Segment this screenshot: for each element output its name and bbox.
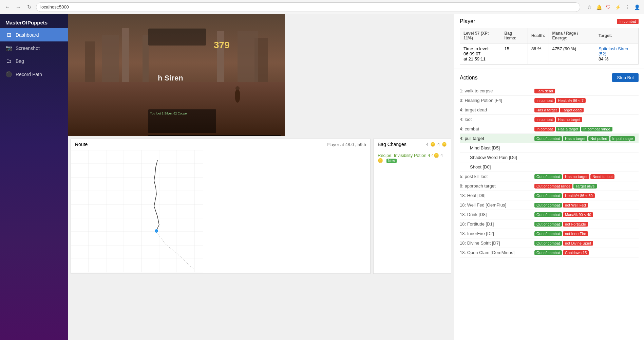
action-badges-innerfire: Out of combatnot InnerFire xyxy=(534,231,588,236)
bag-changes-section: Bag Changes 4 🪙 4 🪙 Recipe: Invisibility… xyxy=(373,139,451,274)
extension-icon-2[interactable]: 🛡 xyxy=(605,3,612,11)
badge-out-of-combat-range: Out of combat range xyxy=(534,184,572,189)
svg-text:You loot 1 Silver, 62 Copper: You loot 1 Silver, 62 Copper xyxy=(150,112,188,115)
badge-not-divine-spirit: not Divine Spirit xyxy=(563,241,593,246)
bookmark-icon[interactable]: ☆ xyxy=(586,3,593,11)
user-avatar[interactable]: 👤 xyxy=(633,3,641,11)
action-name-drink: 18: Drink [D8] xyxy=(460,212,534,217)
action-badges-healing-potion: In combatHealth% 86 < 7 xyxy=(534,98,586,103)
badge-health%-86-<-60: Health% 86 < 60 xyxy=(563,193,595,198)
badge-out-of-combat: Out of combat xyxy=(534,136,562,141)
item-gold: 4🪙 xyxy=(431,153,440,158)
gold-coin-icon: 🪙 xyxy=(430,142,435,147)
badge-not-fortitude: not Fortitude xyxy=(563,222,588,227)
action-badges-heal: Out of combatHealth% 86 < 60 xyxy=(534,193,595,198)
extension-icon-4[interactable]: ⋮ xyxy=(624,3,631,11)
time-to-level-cell: Time to level: 06:09:07 at 21:59:11 xyxy=(460,43,501,65)
sidebar-item-label-record-path: Record Path xyxy=(16,72,42,77)
svg-rect-5 xyxy=(238,31,258,82)
action-name-open-clam: 18: Open Clam [OemMinus] xyxy=(460,250,534,255)
refresh-button[interactable]: ↻ xyxy=(25,3,33,11)
svg-point-9 xyxy=(235,89,240,103)
sidebar: MasterOfPuppets ⊞ Dashboard 📷 Screenshot… xyxy=(0,14,68,340)
app-brand: MasterOfPuppets xyxy=(0,14,68,28)
bag-counts: 4 🪙 4 🪙 xyxy=(426,142,447,147)
badge-in-combat: In combat xyxy=(534,127,555,131)
sidebar-item-bag[interactable]: 🗂 Bag xyxy=(0,55,68,68)
player-section: Player In combat Level 57 (XP: 11%) Bag … xyxy=(454,14,644,69)
bag-item-text: Recipe: Invisibility Potion 4 4🪙 4🪙 New xyxy=(378,153,443,163)
back-button[interactable]: ← xyxy=(3,3,12,11)
badge-in-pull-range: In pull range xyxy=(610,136,635,141)
action-row-heal: 18: Heal [D9]Out of combatHealth% 86 < 6… xyxy=(460,191,639,200)
url-bar[interactable] xyxy=(36,2,580,12)
combat-status-badge: In combat xyxy=(617,19,639,24)
action-name-heal: 18: Heal [D9] xyxy=(460,193,534,198)
route-coords: Player at 48.0 , 59.5 xyxy=(327,142,366,147)
player-table: Level 57 (XP: 11%) Bag Items: Health: Ma… xyxy=(460,28,639,65)
route-section: Route Player at 48.0 , 59.5 xyxy=(71,139,371,274)
bag-gold-count: 4 xyxy=(426,142,429,147)
col-bag: Bag Items: xyxy=(501,28,528,43)
route-map xyxy=(71,150,370,273)
action-name-target-dead: 4: target dead xyxy=(460,107,534,112)
badge-in-combat: In combat xyxy=(534,117,555,122)
sidebar-item-dashboard[interactable]: ⊞ Dashboard xyxy=(0,28,68,41)
player-title: Player xyxy=(460,18,475,24)
action-name-combat: 4: combat xyxy=(460,126,534,131)
action-row-mind-blast: Mind Blast [D5] xyxy=(460,143,639,153)
action-badges-target-dead: Has a targetTarget dead xyxy=(534,108,584,112)
action-row-innerfire: 18: InnerFire [D2]Out of combatnot Inner… xyxy=(460,229,639,238)
badge-has-no-target: Has no target xyxy=(563,174,589,179)
action-name-pull-target: 4: pull target xyxy=(460,136,534,141)
bag-changes-header: Bag Changes 4 🪙 4 🪙 xyxy=(374,139,451,150)
action-badges-loot: In combatHas no target xyxy=(534,117,582,122)
extension-icon-3[interactable]: ⚡ xyxy=(614,3,622,11)
badge-target-dead: Target dead xyxy=(560,108,584,112)
new-badge: New xyxy=(386,159,397,163)
silver-coin-icon: 🪙 xyxy=(442,142,447,147)
badge-i-am-dead: I am dead xyxy=(534,89,555,93)
badge-target-alive: Target alive xyxy=(573,184,596,189)
bag-item-name: Recipe: Invisibility Potion 4 xyxy=(378,153,430,158)
action-name-innerfire: 18: InnerFire [D2] xyxy=(460,231,534,236)
route-header: Route Player at 48.0 , 59.5 xyxy=(71,139,370,150)
game-screenshot: h Siren 379 You loot 1 Silver, 62 Copper… xyxy=(68,14,285,136)
actions-section: Actions Stop Bot 1: walk to corpseI am d… xyxy=(454,69,644,340)
svg-rect-13 xyxy=(148,29,206,46)
game-screenshot-area: h Siren 379 You loot 1 Silver, 62 Copper… xyxy=(68,14,285,136)
action-row-walk-to-corpse: 1: walk to corpseI am dead xyxy=(460,86,639,96)
stop-bot-button[interactable]: Stop Bot xyxy=(612,73,639,82)
right-panel: Player In combat Level 57 (XP: 11%) Bag … xyxy=(454,14,644,340)
bag-changes-title: Bag Changes xyxy=(378,142,406,147)
target-link[interactable]: Spitelash Siren (52) xyxy=(599,46,628,56)
badge-not-pulled: Not pulled xyxy=(588,136,609,141)
sidebar-item-screenshot[interactable]: 📷 Screenshot xyxy=(0,41,68,55)
actions-header: Actions Stop Bot xyxy=(460,73,639,82)
action-name-mind-blast: Mind Blast [D5] xyxy=(460,145,534,150)
action-name-shoot: Shoot [D0] xyxy=(460,164,534,169)
action-badges-approach-target: Out of combat rangeTarget alive xyxy=(534,184,597,189)
svg-rect-20 xyxy=(148,135,281,136)
action-name-loot: 4: loot xyxy=(460,117,534,122)
badge-out-of-combat: Out of combat xyxy=(534,241,562,246)
action-badges-fortitude: Out of combatnot Fortitude xyxy=(534,222,588,227)
actions-title: Actions xyxy=(460,75,477,81)
svg-point-10 xyxy=(235,86,240,90)
action-name-approach-target: 8: approach target xyxy=(460,183,534,189)
sidebar-item-record-path[interactable]: ⚫ Record Path xyxy=(0,68,68,81)
action-row-fortitude: 18: Fortitude [D1]Out of combatnot Forti… xyxy=(460,219,639,229)
action-row-divine-spirit: 18: Divine Spirit [D7]Out of combatnot D… xyxy=(460,238,639,248)
bag-silver-count: 4 xyxy=(437,142,440,147)
action-name-healing-potion: 3: Healing Potion [F4] xyxy=(460,98,534,103)
forward-button[interactable]: → xyxy=(14,3,22,11)
route-title: Route xyxy=(75,142,88,147)
action-row-well-fed: 18: Well Fed [OemPlus]Out of combatnot W… xyxy=(460,200,639,210)
badge-out-of-combat: Out of combat xyxy=(534,212,562,217)
badge-out-of-combat: Out of combat xyxy=(534,222,562,227)
target-name: Spitelash Siren (52) xyxy=(599,46,628,56)
center-column: h Siren 379 You loot 1 Silver, 62 Copper… xyxy=(68,14,454,340)
action-name-well-fed: 18: Well Fed [OemPlus] xyxy=(460,202,534,208)
extension-icon-1[interactable]: 🔔 xyxy=(595,3,603,11)
action-badges-divine-spirit: Out of combatnot Divine Spirit xyxy=(534,241,593,246)
